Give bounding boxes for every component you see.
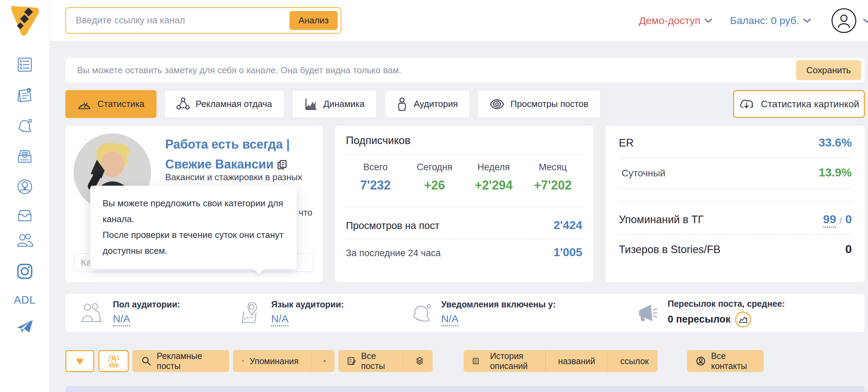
language-label: Язык аудитории: xyxy=(271,300,344,309)
channel-description-fragment: что xyxy=(299,207,313,218)
archive-icon xyxy=(16,148,34,165)
history-links-button[interactable]: ссылок xyxy=(620,356,649,366)
sidebar-item-adl[interactable]: ADL xyxy=(14,294,35,306)
gender-value[interactable]: N/A xyxy=(113,313,130,326)
sidebar-item-telegram[interactable] xyxy=(15,318,34,335)
eye-filled-icon[interactable] xyxy=(324,356,326,367)
er-value: 33.6% xyxy=(819,136,852,149)
all-posts-label: Все посты xyxy=(361,351,390,371)
reply-arrow-icon xyxy=(242,356,244,366)
heart-icon: ♥ xyxy=(76,354,83,368)
map-pin-icon xyxy=(241,301,262,325)
views-24h-row: За последние 24 часа 1'005 xyxy=(346,246,582,259)
divider xyxy=(607,350,608,372)
er-daily-row: Суточный 13.9% xyxy=(619,166,852,189)
teasers-label: Тизеров в Stories/FB xyxy=(619,243,720,256)
chevron-down-icon[interactable] xyxy=(863,18,868,23)
tabs-row: Статистика Рекламная отдача Динамика Ауд… xyxy=(65,90,600,118)
sidebar-item-audience[interactable] xyxy=(15,232,34,249)
col-label: Месяц xyxy=(523,162,582,173)
col-label: Сегодня xyxy=(405,162,464,173)
history-list-icon xyxy=(473,355,479,367)
all-contacts-button[interactable]: Все контакты xyxy=(687,350,764,372)
tab-statistics[interactable]: Статистика xyxy=(65,90,157,118)
avatar-person-icon xyxy=(835,12,853,29)
sidebar-item-notes[interactable] xyxy=(16,87,34,104)
all-contacts-label: Все контакты xyxy=(711,351,755,371)
stats-image-button[interactable]: Статистика картинкой xyxy=(733,90,865,118)
contact-person-icon xyxy=(696,355,706,367)
speedometer-icon xyxy=(77,98,91,110)
sidebar-item-manager[interactable] xyxy=(16,178,34,196)
tab-label: Динамика xyxy=(324,99,365,109)
balance-dropdown[interactable]: Баланс: 0 руб. xyxy=(730,15,811,26)
sidebar-item-inbox[interactable] xyxy=(16,208,34,224)
user-avatar[interactable] xyxy=(832,8,856,33)
sidebar-item-notifications[interactable] xyxy=(16,117,34,134)
tab-label: Аудитория xyxy=(414,99,458,109)
favorite-button[interactable]: ♥ xyxy=(65,350,94,372)
bell-icon xyxy=(16,117,34,134)
channel-title-line2: Свежие Вакансии xyxy=(165,157,274,171)
note-input[interactable] xyxy=(65,65,796,76)
col-value: 7'232 xyxy=(346,178,405,193)
demo-access-label: Демо-доступ xyxy=(639,15,700,26)
subscribers-title: Подписчиков xyxy=(346,134,582,155)
tab-dynamics[interactable]: Динамика xyxy=(292,90,377,118)
analyze-button[interactable]: Анализ xyxy=(289,11,338,30)
tab-ad-performance[interactable]: Рекламная отдача xyxy=(165,90,284,118)
ad-posts-label: Рекламные посты xyxy=(157,351,220,371)
audience-gender-item: Пол аудитории: N/A xyxy=(79,294,180,332)
layers-icon[interactable] xyxy=(416,355,424,367)
divider xyxy=(545,350,546,372)
ad-posts-button[interactable]: Рекламные посты xyxy=(133,350,229,372)
mentions-label: Упоминаний в ТГ xyxy=(619,214,704,226)
instagram-icon xyxy=(16,263,33,280)
subscribers-col-month: Месяц +7'202 xyxy=(523,162,582,193)
tooltip-line2: После проверки в течение суток они стану… xyxy=(103,227,284,259)
chevron-down-icon xyxy=(803,18,811,23)
mentions-button[interactable]: Упоминания xyxy=(233,350,335,372)
teasers-row: Тизеров в Stories/FB 0 xyxy=(619,242,852,256)
channel-description: Вакансии и стажировки в разных xyxy=(165,170,313,185)
network-icon xyxy=(177,97,190,111)
person-icon xyxy=(396,97,407,111)
cloud-download-icon xyxy=(739,98,754,111)
sidebar-item-ratings[interactable] xyxy=(16,56,33,73)
logo-icon[interactable] xyxy=(8,4,41,39)
subscribers-col-today: Сегодня +26 xyxy=(405,162,464,193)
tab-label: Статистика xyxy=(97,99,145,109)
tab-post-views[interactable]: Просмотры постов xyxy=(478,90,600,118)
megaphone-icon xyxy=(637,303,659,323)
divider xyxy=(403,350,403,372)
notes-icon xyxy=(16,87,34,104)
telegram-icon xyxy=(15,318,34,335)
notifications-label: Уведомления включены у: xyxy=(441,300,555,309)
actions-bar: ♥ Рекламные посты Упоминания xyxy=(65,350,865,372)
mentions-row: Упоминаний в ТГ 99/0 xyxy=(619,213,852,235)
col-label: Неделя xyxy=(464,162,523,173)
save-button[interactable]: Сохранить xyxy=(796,60,861,80)
history-names-button[interactable]: названий xyxy=(558,356,595,366)
audience-info-bar: Пол аудитории: N/A Язык аудитории: N/A xyxy=(65,294,865,332)
area-chart-icon xyxy=(304,98,317,111)
sidebar-item-archive[interactable] xyxy=(16,148,34,165)
mentions-value-primary[interactable]: 99 xyxy=(823,213,836,228)
tab-label: Рекламная отдача xyxy=(196,99,272,109)
history-buttons-group: История описаний названий ссылок xyxy=(464,350,658,372)
all-posts-button[interactable]: Все посты xyxy=(338,350,433,372)
post-list-icon xyxy=(347,355,356,367)
promo-rocket-button[interactable] xyxy=(98,350,129,372)
tab-audience[interactable]: Аудитория xyxy=(384,90,470,118)
divider xyxy=(619,201,852,202)
history-descriptions-button[interactable]: История описаний xyxy=(490,351,533,371)
views-per-post-label: Просмотров на пост xyxy=(346,220,440,231)
demo-access-dropdown[interactable]: Демо-доступ xyxy=(639,15,712,26)
language-value[interactable]: N/A xyxy=(271,313,288,326)
forwards-label: Пересылок поста, среднее: xyxy=(668,299,785,309)
forwards-chart-icon[interactable] xyxy=(735,312,751,327)
notifications-value[interactable]: N/A xyxy=(441,313,458,326)
top-header: Анализ Демо-доступ Баланс: 0 руб. xyxy=(0,0,868,41)
sidebar-item-instagram[interactable] xyxy=(16,263,33,280)
views-24h-label: За последние 24 часа xyxy=(346,248,441,259)
